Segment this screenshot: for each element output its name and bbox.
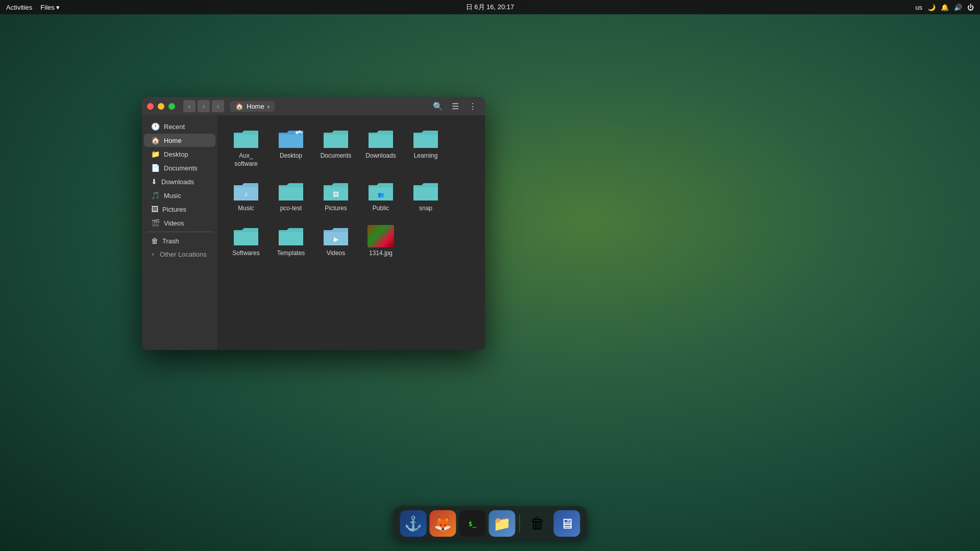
file-label-public: Public [373, 205, 389, 213]
sidebar-item-music[interactable]: 🎵 Music [144, 189, 215, 202]
sidebar-item-videos[interactable]: 🎬 Videos [144, 216, 215, 230]
menu-button[interactable]: ⋮ [465, 99, 480, 113]
breadcrumb[interactable]: 🏠 Home › [230, 101, 275, 112]
folder-icon-softwares [233, 225, 259, 247]
file-label-learning: Learning [414, 152, 438, 160]
sidebar: 🕐 Recent 🏠 Home 📁 Desktop 📄 Documents ⬇ [142, 115, 217, 350]
desktop: ‹ › ‹ 🏠 Home › 🔍 ☰ ⋮ 🕐 Recent [0, 14, 980, 551]
dock-item-files[interactable]: 📁 [489, 510, 516, 537]
svg-text:👥: 👥 [378, 191, 384, 198]
file-item-softwares[interactable]: Softwares [226, 221, 266, 262]
file-item-1314[interactable]: 1314.jpg [360, 221, 401, 262]
sidebar-item-documents[interactable]: 📄 Documents [144, 161, 215, 174]
forward-button[interactable]: › [198, 100, 210, 112]
folder-icon-music: ♪ [233, 180, 259, 203]
volume-icon[interactable]: 🔊 [954, 4, 962, 11]
image-thumbnail-1314 [368, 225, 394, 247]
plus-icon: + [151, 251, 155, 258]
file-item-desktop[interactable]: Desktop [271, 123, 311, 172]
file-item-templates[interactable]: Templates [271, 221, 311, 262]
anchor-icon: ⚓ [404, 515, 422, 532]
sidebar-label-videos: Videos [164, 219, 184, 227]
sidebar-separator [146, 232, 213, 232]
sidebar-item-trash[interactable]: 🗑 Trash [144, 234, 215, 247]
topbar-datetime: 日 6月 16, 20:17 [466, 3, 514, 12]
folder-icon-public: 👥 [368, 180, 394, 203]
dock-item-trash[interactable]: 🗑 [524, 510, 551, 537]
sidebar-item-pictures[interactable]: 🖼 Pictures [144, 203, 215, 216]
home-sidebar-icon: 🏠 [151, 136, 160, 144]
notification-icon[interactable]: 🔔 [941, 4, 949, 11]
file-label-pictures: Pictures [325, 205, 347, 213]
activities-button[interactable]: Activities [6, 4, 32, 11]
home-icon: 🏠 [235, 103, 243, 110]
sidebar-label-pictures: Pictures [162, 206, 186, 213]
folder-icon-pictures: 🖼 [323, 180, 349, 203]
file-label-pco-test: pco-test [280, 205, 302, 213]
file-label-documents: Documents [321, 152, 352, 160]
sidebar-label-music: Music [164, 192, 181, 199]
breadcrumb-arrow-icon: › [267, 103, 270, 110]
dock-item-anchor[interactable]: ⚓ [400, 510, 427, 537]
file-label-softwares: Softwares [232, 249, 259, 258]
parent-button[interactable]: ‹ [212, 100, 224, 112]
close-button[interactable] [147, 103, 154, 110]
sidebar-item-home[interactable]: 🏠 Home [144, 134, 215, 147]
folder-icon-desktop [278, 128, 304, 150]
videos-icon: 🎬 [151, 219, 160, 227]
svg-text:▶: ▶ [334, 236, 339, 243]
file-item-videos[interactable]: ▶ Videos [315, 221, 356, 262]
file-item-downloads[interactable]: Downloads [360, 123, 401, 172]
folder-icon-snap [412, 180, 439, 203]
terminal-icon: $_ [469, 520, 477, 528]
file-item-pictures[interactable]: 🖼 Pictures [315, 176, 356, 217]
firefox-icon: 🦊 [434, 515, 452, 532]
night-mode-icon[interactable]: 🌙 [927, 4, 936, 11]
file-item-learning[interactable]: Learning [405, 123, 446, 172]
main-content: Aux_software Desktop [217, 115, 485, 350]
sidebar-item-desktop[interactable]: 📁 Desktop [144, 147, 215, 161]
desktop-icon: 📁 [151, 150, 160, 158]
file-label-1314: 1314.jpg [369, 249, 393, 258]
power-icon[interactable]: ⏻ [967, 4, 974, 11]
sidebar-item-other-locations[interactable]: + Other Locations [144, 248, 215, 261]
file-label-aux-software: Aux_software [234, 152, 257, 168]
maximize-button[interactable] [168, 103, 175, 110]
lang-indicator[interactable]: us [915, 4, 922, 11]
folder-icon-downloads [368, 128, 394, 150]
file-item-documents[interactable]: Documents [315, 123, 356, 172]
trash-icon: 🗑 [151, 237, 158, 245]
trash-dock-icon: 🗑 [530, 515, 545, 532]
dock-item-window-manager[interactable]: 🖥 [554, 510, 580, 537]
window-body: 🕐 Recent 🏠 Home 📁 Desktop 📄 Documents ⬇ [142, 115, 485, 350]
file-item-snap[interactable]: snap [405, 176, 446, 217]
dock-item-terminal[interactable]: $_ [459, 510, 486, 537]
minimize-button[interactable] [158, 103, 164, 110]
file-item-aux-software[interactable]: Aux_software [226, 123, 266, 172]
image-thumb-inner [368, 225, 394, 247]
list-view-button[interactable]: ☰ [448, 99, 462, 113]
sidebar-label-recent: Recent [164, 123, 185, 131]
recent-icon: 🕐 [151, 122, 160, 131]
downloads-icon: ⬇ [151, 178, 157, 186]
sidebar-item-recent[interactable]: 🕐 Recent [144, 120, 215, 133]
svg-text:♪: ♪ [244, 190, 248, 198]
svg-point-0 [296, 131, 299, 134]
sidebar-label-other: Other Locations [160, 251, 207, 258]
file-item-music[interactable]: ♪ Music [226, 176, 266, 217]
sidebar-label-desktop: Desktop [164, 151, 188, 158]
search-button[interactable]: 🔍 [431, 99, 445, 113]
nav-buttons: ‹ › ‹ [183, 100, 224, 112]
dock-item-firefox[interactable]: 🦊 [430, 510, 456, 537]
titlebar-actions: 🔍 ☰ ⋮ [431, 99, 480, 113]
app-name[interactable]: Files ▾ [40, 4, 60, 11]
file-item-public[interactable]: 👥 Public [360, 176, 401, 217]
file-label-downloads: Downloads [365, 152, 396, 160]
svg-point-1 [299, 131, 301, 133]
breadcrumb-label: Home [247, 103, 264, 110]
back-button[interactable]: ‹ [183, 100, 195, 112]
file-item-pco-test[interactable]: pco-test [271, 176, 311, 217]
file-label-videos: Videos [327, 249, 345, 258]
sidebar-item-downloads[interactable]: ⬇ Downloads [144, 175, 215, 188]
file-label-snap: snap [419, 205, 432, 213]
